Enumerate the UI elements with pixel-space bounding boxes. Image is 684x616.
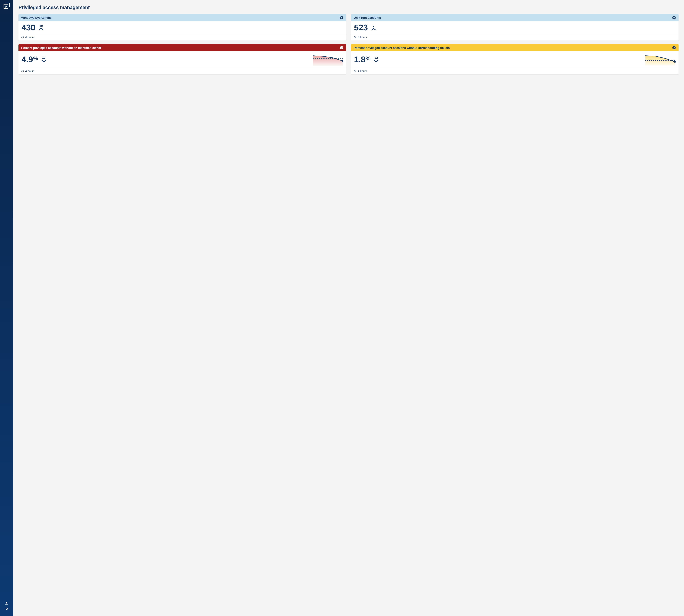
- app-logo[interactable]: p: [4, 3, 9, 9]
- metric-delta: 12: [42, 56, 46, 63]
- card-header: Percent privileged accounts without an i…: [19, 44, 346, 51]
- card-body: 4.9% 12: [19, 51, 346, 68]
- card-title: Windows SysAdmins: [21, 16, 340, 20]
- card-windows-sysadmins[interactable]: Windows SysAdmins 430 10 4 hours: [19, 14, 346, 41]
- sparkline-chart: [645, 53, 676, 66]
- card-sessions-no-tickets[interactable]: Percent privileged account sessions with…: [351, 44, 679, 74]
- svg-point-1: [341, 17, 342, 19]
- svg-point-4: [673, 17, 675, 19]
- delta-value: 7: [373, 24, 374, 27]
- footer-time: 4 hours: [358, 36, 367, 39]
- user-icon[interactable]: [5, 602, 8, 605]
- metric-delta: 22: [374, 56, 379, 63]
- footer-time: 4 hours: [25, 36, 35, 39]
- card-title: Percent privileged accounts without an i…: [21, 46, 340, 50]
- gear-icon[interactable]: [5, 607, 8, 610]
- card-body: 523 7: [351, 21, 679, 34]
- record-target-icon: [672, 16, 676, 20]
- page-title: Privileged access management: [19, 5, 679, 10]
- card-unix-root[interactable]: Unix root accounts 523 7 4 hours: [351, 14, 679, 41]
- card-footer: 4 hours: [351, 34, 679, 41]
- footer-time: 4 hours: [358, 69, 367, 73]
- clock-icon: [354, 70, 357, 72]
- delta-value: 10: [39, 24, 43, 27]
- card-body: 1.8% 22: [351, 51, 679, 68]
- svg-point-8: [342, 60, 343, 62]
- metric-value: 4.9%: [21, 55, 38, 64]
- chevron-up-icon: [371, 28, 376, 31]
- clock-icon: [21, 36, 24, 39]
- sidebar: p: [0, 0, 13, 616]
- card-header: Windows SysAdmins: [19, 14, 346, 21]
- footer-time: 4 hours: [25, 69, 35, 73]
- metric-value: 1.8%: [354, 55, 370, 64]
- check-circle-icon: [672, 46, 676, 49]
- card-grid: Windows SysAdmins 430 10 4 hours Unix ro…: [19, 14, 679, 74]
- clock-icon: [354, 36, 357, 39]
- metric-value: 430: [21, 23, 35, 32]
- card-footer: 4 hours: [351, 68, 679, 74]
- card-accounts-no-owner[interactable]: Percent privileged accounts without an i…: [19, 44, 346, 74]
- delta-value: 12: [42, 56, 45, 59]
- chevron-up-icon: [39, 28, 43, 31]
- chevron-down-icon: [42, 60, 46, 63]
- card-footer: 4 hours: [19, 34, 346, 41]
- check-circle-icon: [340, 46, 343, 49]
- record-target-icon: [340, 16, 343, 20]
- clock-icon: [21, 70, 24, 72]
- chevron-down-icon: [374, 60, 379, 63]
- card-header: Unix root accounts: [351, 14, 679, 21]
- card-header: Percent privileged account sessions with…: [351, 44, 679, 51]
- metric-delta: 10: [39, 24, 43, 31]
- main-content: Privileged access management Windows Sys…: [13, 0, 684, 616]
- metric-value: 523: [354, 23, 368, 32]
- delta-value: 22: [374, 56, 378, 59]
- metric-delta: 7: [371, 24, 376, 31]
- sparkline-chart: [313, 53, 343, 66]
- card-title: Percent privileged account sessions with…: [354, 46, 672, 50]
- card-footer: 4 hours: [19, 68, 346, 74]
- card-body: 430 10: [19, 21, 346, 34]
- card-title: Unix root accounts: [354, 16, 672, 20]
- svg-point-12: [674, 61, 676, 63]
